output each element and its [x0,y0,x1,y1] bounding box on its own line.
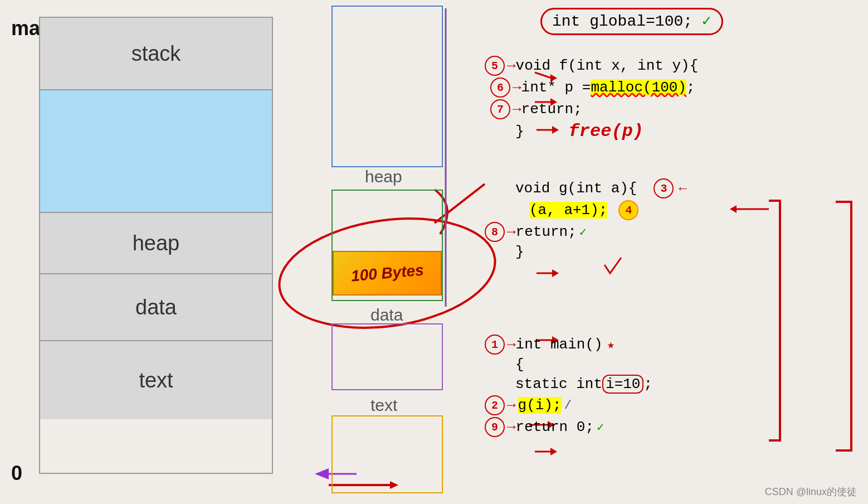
global-decl: int global=100; ✓ [540,8,723,35]
arrow-8: → [507,224,516,240]
arrow-7: → [513,101,521,118]
g-call: g(i); [518,397,562,414]
i-equals-10: i=10 [602,375,643,394]
heap-box-top [331,6,443,167]
arrows-section [40,90,272,213]
code-line-7: 7 → return; [485,99,698,119]
memory-diagram: max 0 stack heap data text [11,11,279,491]
arrow-9: → [507,419,516,435]
code-line-9: 9 → return 0; ✓ [485,417,652,437]
red-bracket [836,201,852,452]
func-f-close: } [515,123,524,140]
circle-8: 8 [485,222,505,242]
arrow-5: → [507,57,516,74]
hundred-bytes-label: 100 Bytes [350,261,424,285]
code-line-5: 5 → void f(int x, int y){ [485,56,698,76]
center-heap-label: heap [365,167,402,186]
circle-2: 2 [485,395,505,415]
static-prefix: static int [515,376,602,392]
checkmark-9: ✓ [597,420,604,435]
func-f-line6-semi: ; [686,79,695,96]
center-text-label: text [370,396,397,415]
text-box-center [331,415,443,493]
checkmark-8: ✓ [579,225,587,240]
static-semi: ; [643,376,652,392]
code-panel: int global=100; ✓ 5 → void f(int x, int … [485,6,858,496]
stack-section: stack [40,18,272,90]
arrow-6: → [513,79,521,96]
arrow-1: → [507,336,516,353]
code-line-2: 2 → g(i); / [485,395,652,415]
center-diagram: heap 100 Bytes data text [304,0,482,504]
watermark: CSDN @linux的使徒 [765,485,857,498]
func-f-sig: void f(int x, int y){ [516,57,699,74]
stack-label: stack [131,42,181,66]
g-body-call: (a, a+1); [529,202,607,219]
center-data-label: data [370,306,403,324]
code-line-6: 6 → int* p = malloc(100) ; [485,77,698,98]
code-line-close-f: } free(p) [485,121,698,142]
circle-6: 6 [490,77,510,98]
slash-2: / [564,399,572,413]
func-f-return: return; [521,101,582,118]
arrow-2: → [507,397,516,414]
data-section: data [40,274,272,341]
circle-7: 7 [490,99,510,119]
data-box-center [331,323,443,390]
left-arrow-3: ← [679,181,686,196]
main-sig: int main() [516,336,603,353]
func-g-block: void g(int a){ 3 ← (a, a+1); 4 8 → retur… [485,178,687,262]
func-g-sig: void g(int a){ [485,180,637,197]
circle-5: 5 [485,56,505,76]
func-f-block: 5 → void f(int x, int y){ 6 → int* p = m… [485,56,698,143]
circle-1: 1 [485,335,505,355]
circle-9: 9 [485,417,505,437]
star-1: ★ [607,337,615,352]
main-return: return 0; [516,419,594,435]
circle-3: 3 [654,178,674,198]
global-checkmark: ✓ [702,13,711,30]
code-line-g-sig: void g(int a){ 3 ← [485,178,687,198]
code-line-1: 1 → int main() ★ [485,335,652,355]
main-open: { [515,356,524,373]
func-g-return: return; [516,224,577,240]
code-line-static: static int i=10 ; [485,375,652,394]
main-block: 1 → int main() ★ { static int i=10 ; 2 →… [485,335,652,439]
zero-label: 0 [11,462,22,485]
hundred-bytes-box: 100 Bytes [333,251,442,295]
global-decl-area: int global=100; ✓ [540,11,723,30]
code-main-open: { [485,356,652,373]
free-p-label: free(p) [569,121,643,142]
heap-label: heap [133,231,180,255]
mem-table: stack heap data text [39,17,273,474]
code-line-g-body: (a, a+1); 4 [485,200,687,220]
func-g-close: } [515,244,524,260]
text-label: text [139,369,173,392]
func-f-line6-prefix: int* p = [521,79,591,96]
code-line-8: 8 → return; ✓ [485,222,687,242]
data-label: data [135,295,177,319]
code-line-close-g: } [485,244,687,260]
heap-section: heap [40,213,272,274]
circle-4: 4 [618,200,638,220]
text-section: text [40,341,272,419]
malloc-call: malloc(100) [591,79,686,96]
